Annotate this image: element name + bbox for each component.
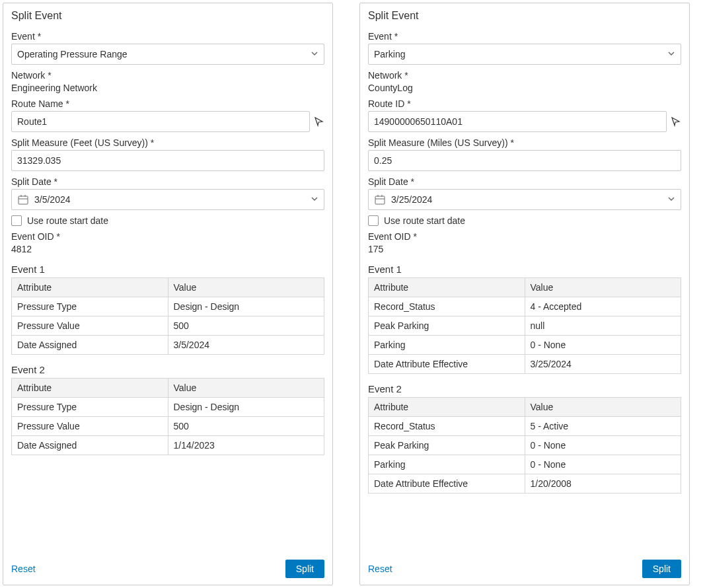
event-select[interactable]: Parking: [368, 44, 681, 65]
event2-table: Attribute Value Record_Status5 - ActiveP…: [368, 397, 681, 494]
table-row: Parking0 - None: [369, 336, 681, 355]
event1-heading: Event 1: [368, 264, 681, 275]
panel-footer: Reset Split: [368, 560, 681, 578]
attr-cell: Pressure Type: [12, 398, 168, 417]
value-cell[interactable]: Design - Design: [168, 297, 324, 316]
table-row: Peak Parkingnull: [369, 316, 681, 336]
event-select-value: Operating Pressure Range: [17, 49, 128, 59]
chevron-down-icon[interactable]: [667, 195, 675, 205]
use-route-checkbox[interactable]: [368, 215, 379, 226]
col-val: Value: [525, 278, 681, 297]
attr-cell: Record_Status: [369, 297, 525, 316]
attr-cell: Date Assigned: [12, 436, 168, 455]
table-row: Pressure TypeDesign - Design: [12, 297, 324, 316]
route-picker-icon[interactable]: [671, 116, 681, 127]
chevron-down-icon[interactable]: [311, 195, 318, 205]
route-input[interactable]: [11, 111, 310, 132]
attr-cell: Pressure Value: [12, 417, 168, 436]
table-row: Pressure Value500: [12, 417, 324, 436]
network-label: Network *: [11, 70, 324, 81]
table-row: Pressure Value500: [12, 316, 324, 336]
event1-table: Attribute Value Pressure TypeDesign - De…: [11, 277, 324, 355]
use-route-label: Use route start date: [27, 215, 108, 226]
date-input[interactable]: 3/5/2024: [11, 189, 324, 210]
attr-cell: Date Attribute Effective: [369, 355, 525, 374]
table-row: Parking0 - None: [369, 455, 681, 474]
panel-footer: Reset Split: [11, 560, 324, 578]
event-label: Event *: [368, 31, 681, 42]
table-row: Pressure TypeDesign - Design: [12, 398, 324, 417]
date-value: 3/25/2024: [391, 194, 432, 205]
attr-cell: Parking: [369, 336, 525, 355]
event1-table: Attribute Value Record_Status4 - Accepte…: [368, 277, 681, 374]
oid-label: Event OID *: [368, 231, 681, 242]
measure-input[interactable]: [368, 150, 681, 171]
calendar-icon: [17, 194, 29, 205]
table-row: Date Attribute Effective3/25/2024: [369, 355, 681, 374]
panel-title: Split Event: [11, 10, 324, 22]
value-cell[interactable]: 0 - None: [525, 336, 681, 355]
attr-cell: Parking: [369, 455, 525, 474]
table-row: Peak Parking0 - None: [369, 436, 681, 455]
reset-button[interactable]: Reset: [368, 564, 392, 574]
col-val: Value: [168, 379, 324, 398]
measure-label: Split Measure (Miles (US Survey)) *: [368, 137, 681, 148]
value-cell[interactable]: 3/5/2024: [168, 336, 324, 355]
reset-button[interactable]: Reset: [11, 564, 36, 574]
split-button[interactable]: Split: [285, 560, 324, 578]
network-value: CountyLog: [368, 83, 681, 93]
table-row: Date Attribute Effective1/20/2008: [369, 474, 681, 494]
date-label: Split Date *: [368, 176, 681, 187]
value-cell[interactable]: Design - Design: [168, 398, 324, 417]
route-label: Route Name *: [11, 98, 324, 109]
oid-value: 175: [368, 244, 681, 254]
oid-label: Event OID *: [11, 231, 324, 242]
attr-cell: Date Assigned: [12, 336, 168, 355]
form-body: Event * Parking Network * CountyLog Rout…: [368, 26, 681, 552]
calendar-icon: [374, 194, 386, 205]
attr-cell: Pressure Value: [12, 316, 168, 336]
measure-input[interactable]: [11, 150, 324, 171]
chevron-down-icon[interactable]: [311, 50, 318, 59]
attr-cell: Record_Status: [369, 417, 525, 436]
date-label: Split Date *: [11, 176, 324, 187]
value-cell[interactable]: 5 - Active: [525, 417, 681, 436]
svg-rect-0: [19, 196, 28, 204]
date-input[interactable]: 3/25/2024: [368, 189, 681, 210]
use-route-label: Use route start date: [384, 215, 465, 226]
route-label: Route ID *: [368, 98, 681, 109]
col-attr: Attribute: [369, 278, 525, 297]
value-cell[interactable]: 0 - None: [525, 455, 681, 474]
value-cell[interactable]: 3/25/2024: [525, 355, 681, 374]
attr-cell: Date Attribute Effective: [369, 474, 525, 494]
col-attr: Attribute: [12, 278, 168, 297]
route-picker-icon[interactable]: [314, 116, 324, 127]
use-route-checkbox[interactable]: [11, 215, 22, 226]
split-event-panel-right: Split Event Event * Parking Network * Co…: [359, 3, 690, 585]
attr-cell: Peak Parking: [369, 316, 525, 336]
attr-cell: Pressure Type: [12, 297, 168, 316]
value-cell[interactable]: null: [525, 316, 681, 336]
value-cell[interactable]: 4 - Accepted: [525, 297, 681, 316]
table-row: Date Assigned1/14/2023: [12, 436, 324, 455]
value-cell[interactable]: 500: [168, 417, 324, 436]
oid-value: 4812: [11, 244, 324, 254]
chevron-down-icon[interactable]: [667, 50, 675, 59]
event2-heading: Event 2: [368, 383, 681, 394]
network-label: Network *: [368, 70, 681, 81]
svg-rect-4: [375, 196, 385, 204]
event2-heading: Event 2: [11, 364, 324, 375]
date-value: 3/5/2024: [34, 194, 71, 205]
split-event-panel-left: Split Event Event * Operating Pressure R…: [3, 3, 333, 585]
panel-title: Split Event: [368, 10, 681, 22]
event-select-value: Parking: [374, 49, 405, 59]
value-cell[interactable]: 1/20/2008: [525, 474, 681, 494]
value-cell[interactable]: 0 - None: [525, 436, 681, 455]
value-cell[interactable]: 1/14/2023: [168, 436, 324, 455]
table-row: Record_Status4 - Accepted: [369, 297, 681, 316]
split-button[interactable]: Split: [642, 560, 681, 578]
route-input[interactable]: [368, 111, 667, 132]
event-select[interactable]: Operating Pressure Range: [11, 44, 324, 65]
form-body: Event * Operating Pressure Range Network…: [11, 26, 324, 552]
value-cell[interactable]: 500: [168, 316, 324, 336]
